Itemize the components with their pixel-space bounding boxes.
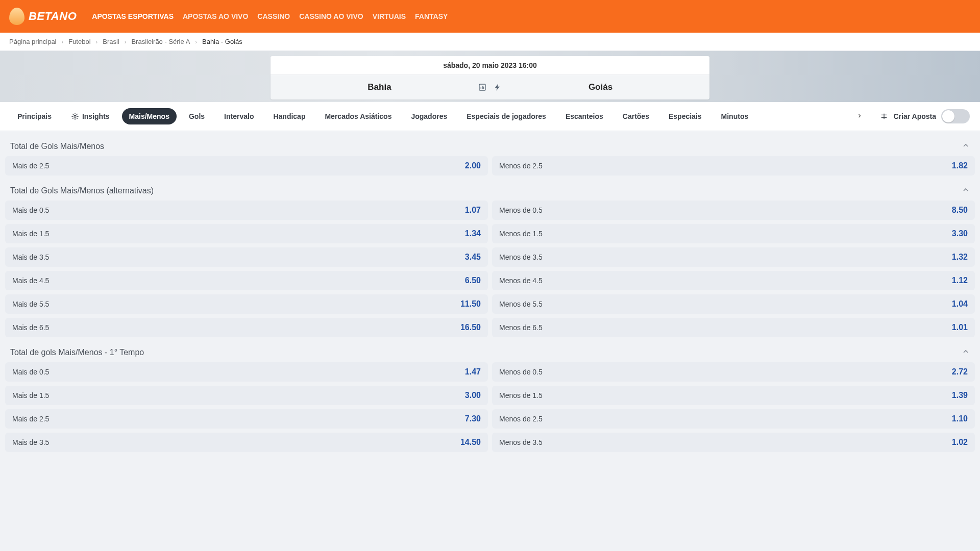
top-nav: APOSTAS ESPORTIVASAPOSTAS AO VIVOCASSINO… <box>92 12 448 20</box>
odd-label: Menos de 5.5 <box>499 300 543 308</box>
collapse-button[interactable] <box>962 141 970 151</box>
chevron-right-icon: › <box>195 39 197 45</box>
market-tab[interactable]: Handicap <box>266 108 312 124</box>
collapse-button[interactable] <box>962 186 970 195</box>
odd-label: Menos de 1.5 <box>499 391 543 399</box>
odd-label: Mais de 6.5 <box>12 323 49 332</box>
odd-cell[interactable]: Menos de 3.51.32 <box>492 247 975 267</box>
odd-value: 1.04 <box>952 299 968 309</box>
match-date: sábado, 20 maio 2023 16:00 <box>271 56 709 75</box>
odd-label: Menos de 0.5 <box>499 206 543 214</box>
odd-cell[interactable]: Menos de 2.51.82 <box>492 156 975 176</box>
market-tab[interactable]: Principais <box>10 108 59 124</box>
odd-cell[interactable]: Menos de 0.52.72 <box>492 362 975 382</box>
svg-rect-1 <box>481 87 481 89</box>
market-tabs-bar: PrincipaisInsightsMais/MenosGolsInterval… <box>0 102 980 131</box>
odd-cell[interactable]: Mais de 4.56.50 <box>5 271 488 290</box>
odd-cell[interactable]: Mais de 2.52.00 <box>5 156 488 176</box>
odd-label: Mais de 1.5 <box>12 391 49 399</box>
markets-content: Total de Gols Mais/MenosMais de 2.52.00M… <box>0 131 980 469</box>
odd-cell[interactable]: Mais de 0.51.47 <box>5 362 488 382</box>
odd-value: 14.50 <box>460 438 481 447</box>
odd-cell[interactable]: Menos de 6.51.01 <box>492 318 975 337</box>
match-hero: sábado, 20 maio 2023 16:00 Bahia Goiás <box>0 51 980 102</box>
breadcrumb-link[interactable]: Página principal <box>9 38 57 45</box>
breadcrumb-link[interactable]: Brasil <box>103 38 119 45</box>
odd-value: 1.07 <box>465 206 481 215</box>
odd-cell[interactable]: Mais de 6.516.50 <box>5 318 488 337</box>
odd-value: 1.12 <box>952 276 968 285</box>
odd-value: 2.00 <box>465 161 481 170</box>
tabs-scroll-right[interactable] <box>851 109 868 123</box>
criar-icon <box>880 112 888 120</box>
odd-value: 3.45 <box>465 253 481 262</box>
odd-cell[interactable]: Menos de 1.53.30 <box>492 224 975 243</box>
odd-cell[interactable]: Mais de 1.53.00 <box>5 386 488 405</box>
market-tab[interactable]: Escanteios <box>558 108 610 124</box>
odd-label: Menos de 6.5 <box>499 323 543 332</box>
odd-value: 16.50 <box>460 323 481 332</box>
odd-cell[interactable]: Mais de 5.511.50 <box>5 294 488 314</box>
odd-label: Mais de 5.5 <box>12 300 49 308</box>
odd-cell[interactable]: Menos de 0.58.50 <box>492 201 975 220</box>
odd-cell[interactable]: Mais de 3.53.45 <box>5 247 488 267</box>
odd-cell[interactable]: Menos de 3.51.02 <box>492 433 975 452</box>
nav-item[interactable]: APOSTAS ESPORTIVAS <box>92 12 174 20</box>
chevron-up-icon <box>962 141 970 149</box>
odd-cell[interactable]: Menos de 1.51.39 <box>492 386 975 405</box>
market-tab[interactable]: Intervalo <box>217 108 261 124</box>
odd-value: 1.47 <box>465 367 481 377</box>
odd-cell[interactable]: Mais de 1.51.34 <box>5 224 488 243</box>
breadcrumb-link[interactable]: Futebol <box>68 38 90 45</box>
market-tab[interactable]: Especiais de jogadores <box>459 108 553 124</box>
odd-cell[interactable]: Mais de 3.514.50 <box>5 433 488 452</box>
market-tab[interactable]: Minutos <box>714 108 756 124</box>
market-header[interactable]: Total de gols Mais/Menos - 1° Tempo <box>5 344 975 362</box>
odd-value: 3.00 <box>465 391 481 400</box>
chevron-up-icon <box>962 186 970 194</box>
nav-item[interactable]: CASSINO AO VIVO <box>299 12 363 20</box>
criar-toggle[interactable] <box>941 109 970 123</box>
nav-item[interactable]: FANTASY <box>415 12 448 20</box>
collapse-button[interactable] <box>962 347 970 357</box>
odd-value: 6.50 <box>465 276 481 285</box>
lightning-icon[interactable] <box>494 83 502 91</box>
market-section: Total de gols Mais/Menos - 1° TempoMais … <box>5 344 975 452</box>
odd-value: 7.30 <box>465 414 481 423</box>
odd-value: 1.10 <box>952 414 968 423</box>
odd-value: 1.01 <box>952 323 968 332</box>
market-section: Total de Gols Mais/MenosMais de 2.52.00M… <box>5 138 975 176</box>
brand-logo[interactable]: BETANO <box>9 8 77 25</box>
svg-rect-2 <box>482 86 482 89</box>
odd-cell[interactable]: Mais de 0.51.07 <box>5 201 488 220</box>
odd-cell[interactable]: Menos de 4.51.12 <box>492 271 975 290</box>
chevron-right-icon: › <box>96 39 98 45</box>
stats-icon[interactable] <box>478 83 486 91</box>
breadcrumb: Página principal›Futebol›Brasil›Brasilei… <box>0 33 980 51</box>
odd-label: Menos de 2.5 <box>499 162 543 170</box>
market-rows: Mais de 0.51.07Menos de 0.58.50Mais de 1… <box>5 201 975 337</box>
market-tab[interactable]: Especiais <box>662 108 709 124</box>
market-header[interactable]: Total de Gols Mais/Menos (alternativas) <box>5 183 975 201</box>
market-tab[interactable]: Cartões <box>616 108 656 124</box>
svg-rect-3 <box>483 87 484 89</box>
odd-label: Mais de 3.5 <box>12 253 49 261</box>
market-tab[interactable]: Jogadores <box>404 108 454 124</box>
odd-cell[interactable]: Mais de 2.57.30 <box>5 409 488 429</box>
nav-item[interactable]: APOSTAS AO VIVO <box>183 12 248 20</box>
market-header[interactable]: Total de Gols Mais/Menos <box>5 138 975 156</box>
match-teams: Bahia Goiás <box>271 75 709 99</box>
market-tab[interactable]: Mercados Asiáticos <box>317 108 399 124</box>
breadcrumb-link[interactable]: Brasileirão - Série A <box>131 38 190 45</box>
market-tab[interactable]: Gols <box>182 108 212 124</box>
market-tab[interactable]: Insights <box>64 108 117 124</box>
odd-cell[interactable]: Menos de 5.51.04 <box>492 294 975 314</box>
odd-cell[interactable]: Menos de 2.51.10 <box>492 409 975 429</box>
nav-item[interactable]: CASSINO <box>257 12 290 20</box>
odd-label: Mais de 1.5 <box>12 230 49 238</box>
odd-label: Mais de 0.5 <box>12 206 49 214</box>
market-tab[interactable]: Mais/Menos <box>122 108 177 124</box>
odd-label: Mais de 2.5 <box>12 162 49 170</box>
nav-item[interactable]: VIRTUAIS <box>373 12 406 20</box>
top-header: BETANO APOSTAS ESPORTIVASAPOSTAS AO VIVO… <box>0 0 980 33</box>
